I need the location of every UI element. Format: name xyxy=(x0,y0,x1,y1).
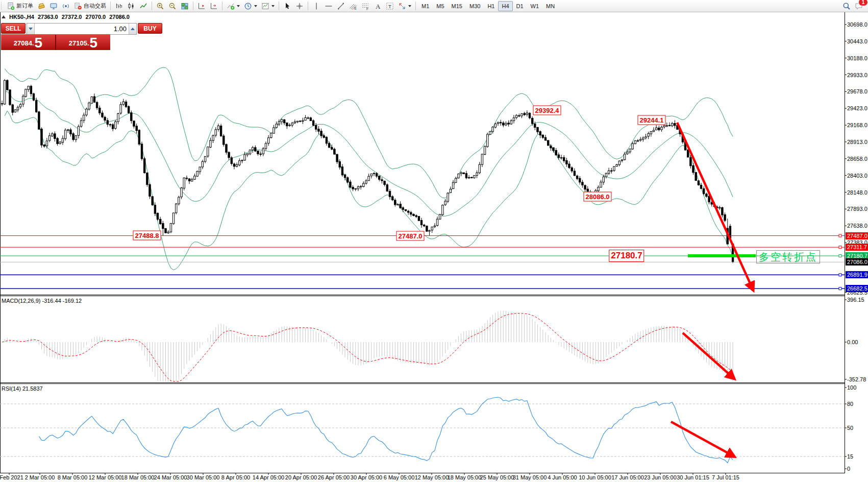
time-axis-label: 20 Apr 05:00 xyxy=(285,474,317,480)
annotation-arrows[interactable] xyxy=(671,123,753,456)
chart-price-label[interactable]: 27488.8 xyxy=(133,231,161,240)
time-axis-label: 30 Apr 05:00 xyxy=(351,474,382,480)
cursor-tool-button[interactable] xyxy=(281,1,293,12)
text-label-tool-button[interactable]: T xyxy=(384,1,396,12)
text-label-icon: T xyxy=(386,2,394,10)
volume-input[interactable] xyxy=(35,23,129,34)
timeframe-H4[interactable]: H4 xyxy=(498,1,512,11)
bar-chart-mode-button[interactable] xyxy=(113,1,125,12)
text-icon: A xyxy=(374,2,382,10)
timeframe-W1[interactable]: W1 xyxy=(527,1,543,11)
price-axis-label: 30698.0 xyxy=(847,21,867,28)
buy-price[interactable]: 27105.5 xyxy=(56,34,110,50)
separator xyxy=(110,2,111,10)
timeframe-D1[interactable]: D1 xyxy=(513,1,527,11)
rsi-axis-label: 80 xyxy=(847,401,853,407)
chart-canvas[interactable] xyxy=(0,0,868,482)
volume-decrease-button[interactable] xyxy=(27,23,35,34)
crosshair-tool-button[interactable] xyxy=(293,1,306,12)
separator xyxy=(152,2,152,10)
dropdown-caret-icon xyxy=(254,5,257,7)
buy-button[interactable]: BUY xyxy=(138,23,162,34)
search-button[interactable] xyxy=(840,1,853,12)
candle-chart-mode-button[interactable] xyxy=(125,1,137,12)
sell-price[interactable]: 27084.5 xyxy=(1,34,55,50)
timeframe-MN[interactable]: MN xyxy=(542,1,558,11)
time-axis-label: 12 May 05:00 xyxy=(415,474,449,480)
price-axis-label: 28658.0 xyxy=(847,156,867,162)
chart-price-label[interactable]: 27180.7 xyxy=(609,250,644,262)
down-arrow-icon xyxy=(29,28,33,30)
price-axis-label: 30188.0 xyxy=(847,55,867,61)
sell-price-fraction: 5 xyxy=(35,36,43,50)
line-chart-mode-button[interactable] xyxy=(137,1,150,12)
time-axis-label: 24 Mar 05:00 xyxy=(154,474,187,480)
horizontal-level-lines[interactable] xyxy=(0,234,845,290)
bollinger-bands xyxy=(5,67,733,270)
market-watch-button[interactable] xyxy=(47,1,60,12)
svg-text:E: E xyxy=(355,7,357,10)
macd-axis-label: 396.15 xyxy=(847,297,864,303)
vertical-line-tool-button[interactable] xyxy=(310,1,323,12)
volume-increase-button[interactable] xyxy=(129,23,136,34)
price-axis-label: 27638.0 xyxy=(847,223,867,229)
autotrade-icon xyxy=(74,2,82,10)
new-order-button[interactable]: 新订单 xyxy=(5,1,35,12)
price-axis-badge: 26682.5 xyxy=(846,285,868,292)
time-axis-label: 30 Jun 01:15 xyxy=(677,474,709,480)
chart-price-label[interactable]: 27487.0 xyxy=(396,231,425,240)
cursor-icon xyxy=(283,2,291,10)
buy-price-int: 27105. xyxy=(69,37,89,50)
autotrade-button[interactable]: 自动交易 xyxy=(72,1,108,12)
horizontal-line-tool-button[interactable] xyxy=(323,1,335,12)
time-axis-label: 30 Mar 05:00 xyxy=(187,474,220,480)
price-axis-label: 29168.0 xyxy=(847,122,867,128)
arrows-tool-button[interactable] xyxy=(396,1,413,12)
timeframe-M15[interactable]: M15 xyxy=(448,1,466,11)
timeframe-switcher: M1M5M15M30H1H4D1W1MN xyxy=(418,1,558,11)
fibonacci-tool-button[interactable]: F xyxy=(359,1,371,12)
time-axis-label: 8 Mar 05:00 xyxy=(58,474,88,480)
sell-button[interactable]: SELL xyxy=(1,23,26,34)
separator xyxy=(415,2,416,10)
timeframe-M1[interactable]: M1 xyxy=(418,1,433,11)
svg-text:F: F xyxy=(366,7,368,10)
quote-line: HK50-,H4 27363.0 27372.0 27070.0 27086.0 xyxy=(2,14,130,20)
zoom-out-button[interactable] xyxy=(166,1,179,12)
price-axis-label: 30443.0 xyxy=(847,38,867,44)
indicators-button[interactable] xyxy=(225,1,242,12)
chart-shift-button[interactable] xyxy=(195,1,208,12)
chart-price-label[interactable]: 29392.4 xyxy=(533,106,561,115)
autotrade-label: 自动交易 xyxy=(84,2,106,10)
navigator-button[interactable] xyxy=(60,1,72,12)
profile-button[interactable] xyxy=(35,1,47,12)
notifications-button[interactable]: 1 xyxy=(853,1,865,12)
text-tool-button[interactable]: A xyxy=(371,1,384,12)
auto-scroll-button[interactable] xyxy=(208,1,220,12)
time-axis-label: 25 May 05:00 xyxy=(480,474,514,480)
horizontal-line-icon xyxy=(325,2,333,10)
toolbar-grip xyxy=(1,2,4,10)
chart-price-label[interactable]: 29244.1 xyxy=(638,115,666,125)
timeframe-M5[interactable]: M5 xyxy=(433,1,448,11)
price-axis-label: 27893.0 xyxy=(847,206,867,212)
rsi-axis-label: 100 xyxy=(847,384,856,391)
time-axis-label: 17 Jun 05:00 xyxy=(611,474,644,480)
periods-button[interactable] xyxy=(242,1,259,12)
collapse-arrow-icon[interactable] xyxy=(2,15,6,18)
price-axis-badge: 26891.9 xyxy=(846,271,868,278)
timeframe-M30[interactable]: M30 xyxy=(466,1,484,11)
trendline-tool-button[interactable] xyxy=(335,1,347,12)
tile-windows-button[interactable] xyxy=(179,1,191,12)
price-axis-label: 29933.0 xyxy=(847,72,867,78)
macd-indicator xyxy=(2,310,733,381)
equidistant-channel-icon: E xyxy=(349,2,357,10)
price-axis-label: 28403.0 xyxy=(847,173,867,179)
chart-price-label[interactable]: 28086.0 xyxy=(584,191,612,201)
channel-tool-button[interactable]: E xyxy=(347,1,359,12)
timeframe-H1[interactable]: H1 xyxy=(484,1,498,11)
templates-button[interactable] xyxy=(259,1,277,12)
time-axis-label: 14 Apr 05:00 xyxy=(253,474,284,480)
turning-point-note[interactable]: 多空转折点 xyxy=(756,250,820,263)
zoom-in-button[interactable] xyxy=(154,1,166,12)
